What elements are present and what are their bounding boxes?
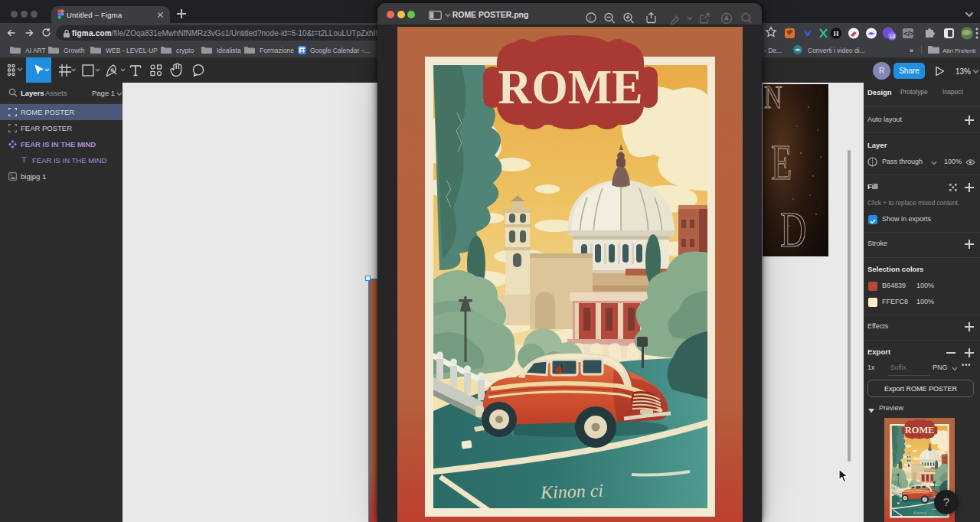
svg-text:Formazione: Formazione bbox=[260, 47, 294, 54]
svg-text:31: 31 bbox=[300, 48, 306, 54]
svg-text:E: E bbox=[771, 135, 792, 191]
svg-text:Google Calendar –...: Google Calendar –... bbox=[310, 47, 370, 54]
svg-text:Altri Preferiti: Altri Preferiti bbox=[942, 47, 976, 54]
svg-text:18: 18 bbox=[890, 34, 896, 39]
svg-text:H: H bbox=[834, 30, 839, 38]
svg-text:</>: </> bbox=[904, 30, 914, 38]
svg-text:- De...: - De... bbox=[764, 47, 782, 54]
svg-text:»: » bbox=[910, 47, 913, 54]
svg-text:AI ART: AI ART bbox=[25, 47, 46, 54]
svg-text:WEB - LEVEL-UP: WEB - LEVEL-UP bbox=[106, 47, 158, 54]
svg-text:Growth: Growth bbox=[64, 47, 85, 54]
svg-text:i: i bbox=[590, 15, 592, 22]
svg-text:Converti i video di...: Converti i video di... bbox=[808, 47, 865, 54]
svg-text:Idealista: Idealista bbox=[217, 47, 241, 54]
svg-text:N: N bbox=[764, 84, 782, 115]
svg-text:crypto: crypto bbox=[176, 47, 194, 54]
svg-text:D: D bbox=[780, 201, 806, 256]
